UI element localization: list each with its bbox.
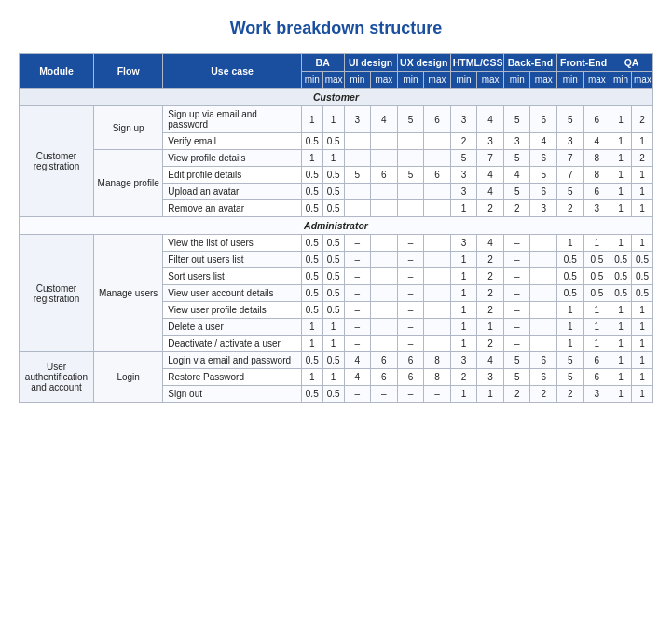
be-min: min [503,72,530,89]
col-ui: UI design [344,54,397,72]
wbs-table: Module Flow Use case BA UI design UX des… [19,53,653,403]
ba-max: max [322,72,344,89]
flow-manage-profile: Manage profile [94,150,163,217]
ba-min: min [301,72,322,89]
col-flow: Flow [94,54,163,89]
html-min: min [450,72,477,89]
col-fe: Front-End [557,54,610,72]
ui-max: max [371,72,398,89]
col-ux: UX design [397,54,450,72]
qa-min: min [610,72,632,89]
col-be: Back-End [503,54,556,72]
html-max: max [477,72,504,89]
qa-max: max [632,72,653,89]
fe-max: max [583,72,610,89]
table-row: User authentification and accountLoginLo… [20,352,653,369]
col-module: Module [20,54,94,89]
module-user-auth: User authentification and account [20,352,94,403]
col-usecase: Use case [163,54,302,89]
header-row-1: Module Flow Use case BA UI design UX des… [20,54,653,72]
table-row: Customer registrationManage usersView th… [20,235,653,252]
table-row: Customer registrationSign upSign up via … [20,106,653,133]
col-html: HTML/CSS [450,54,503,72]
ux-min: min [397,72,424,89]
section-admin: Administrator [20,217,653,235]
be-max: max [530,72,557,89]
flow-signup: Sign up [94,106,163,150]
flow-manage-users: Manage users [94,235,163,352]
fe-min: min [557,72,584,89]
table-row: Manage profileView profile details115756… [20,150,653,167]
ux-max: max [424,72,451,89]
module-customer-reg: Customer registration [20,106,94,217]
page-title: Work breakdown structure [19,19,653,38]
section-customer: Customer [20,89,653,106]
module-customer-reg-admin: Customer registration [20,235,94,352]
ui-min: min [344,72,371,89]
col-qa: QA [610,54,653,72]
col-ba: BA [301,54,344,72]
flow-login: Login [94,352,163,403]
